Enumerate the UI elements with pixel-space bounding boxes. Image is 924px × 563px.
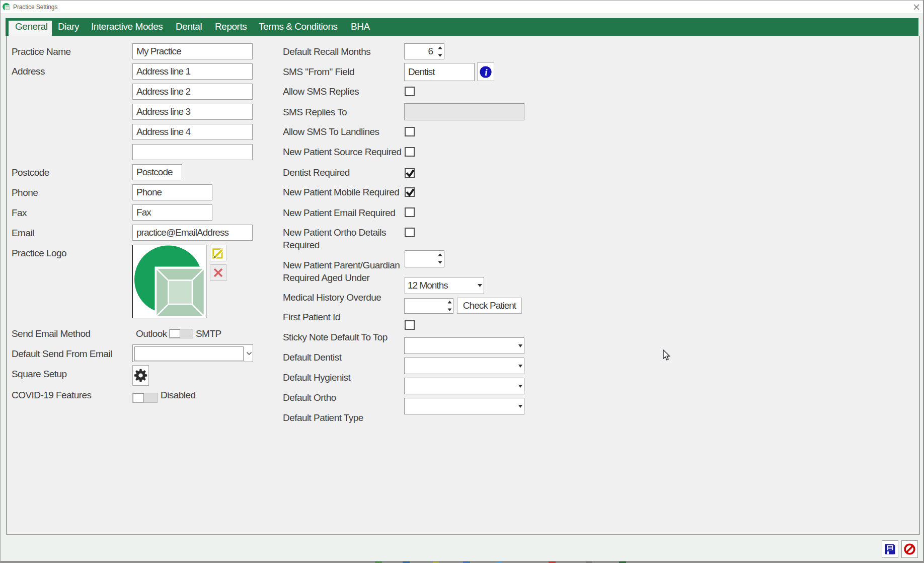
svg-text:i: i <box>485 67 488 78</box>
